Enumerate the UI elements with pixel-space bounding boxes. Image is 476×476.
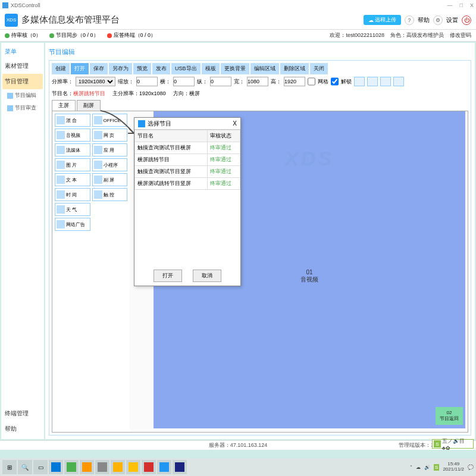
taskbar-clock[interactable]: 15:492021/11/2 (443, 462, 464, 472)
sidebar-item-program[interactable]: 节目管理 (2, 74, 43, 89)
toolbar-编辑区域[interactable]: 编辑区域 (250, 63, 279, 74)
remote-upload-button[interactable]: ☁远程上传 (364, 15, 401, 25)
toolbar-USB导出[interactable]: USB导出 (171, 63, 201, 74)
toolbar-关闭[interactable]: 关闭 (310, 63, 328, 74)
sidebar-item-material[interactable]: 素材管理 (2, 58, 43, 74)
window-title: XDSControll (11, 2, 40, 8)
left-input[interactable] (173, 77, 195, 86)
taskview-icon[interactable]: ▭ (33, 460, 48, 474)
palette-应用[interactable]: 应 用 (92, 143, 128, 156)
canvas-widget-audio[interactable]: 01音视频 (300, 269, 318, 284)
settings-label[interactable]: 设置 (446, 16, 458, 24)
app-icon[interactable] (157, 460, 171, 474)
toolbar-保存[interactable]: 保存 (90, 63, 108, 74)
dialog-open-button[interactable]: 打开 (154, 270, 182, 282)
table-row[interactable]: 触摸查询测试节目横屏终审通过 (135, 142, 240, 154)
align-left-icon[interactable] (354, 77, 365, 86)
palette-音视频[interactable]: 音视频 (55, 129, 90, 142)
palette-天气[interactable]: 天 气 (55, 203, 90, 216)
window-max-icon[interactable]: □ (460, 2, 463, 8)
app-footer: 服务器：47.101.163.124 管理端版本：3.6.29.20210530 (0, 440, 476, 450)
power-button[interactable]: ⏻ (462, 15, 471, 25)
h-input[interactable] (284, 77, 305, 86)
app-header: XDS 多媒体信息发布管理平台 ☁远程上传 ? 帮助 ⚙ 设置 ⏻ (0, 11, 476, 30)
palette-时间[interactable]: 时 间 (55, 188, 90, 201)
tray-icon[interactable]: 🔊 (424, 465, 430, 470)
toolbar-创建[interactable]: 创建 (52, 63, 70, 74)
edit-icon (7, 93, 13, 99)
sidebar-sub-review[interactable]: 节目审查 (2, 102, 43, 114)
search-icon[interactable]: 🔍 (18, 460, 32, 474)
notification-icon[interactable]: 💬 (468, 465, 474, 470)
dialog-close-icon[interactable]: X (233, 120, 237, 127)
palette-网页[interactable]: 网 页 (92, 129, 128, 142)
app-icon[interactable] (142, 460, 156, 474)
table-row[interactable]: 横屏跳转节目终审通过 (135, 154, 240, 166)
align-top-icon[interactable] (393, 77, 404, 86)
status-pending[interactable]: 待审核（0） (5, 32, 41, 39)
res-select[interactable]: 1920x1080 (76, 77, 115, 86)
top-input[interactable] (210, 77, 231, 86)
sidebar-item-terminal[interactable]: 终端管理 (2, 406, 43, 421)
toolbar-发布[interactable]: 发布 (152, 63, 170, 74)
table-row[interactable]: 横屏测试跳转节目竖屏终审通过 (135, 178, 240, 190)
sidebar: 菜单 素材管理 节目管理 节目编辑 节目审查 终端管理 帮助 (1, 43, 44, 439)
status-terminal[interactable]: 应答终端（0 / 0） (107, 32, 156, 39)
widget-icon (57, 205, 65, 214)
role-label: 角色：高级发布维护员 (390, 32, 444, 39)
table-row[interactable]: 触摸查询测试节目竖屏终审通过 (135, 166, 240, 178)
change-password-link[interactable]: 修改密码 (450, 32, 471, 39)
app-icon[interactable] (64, 460, 79, 474)
start-button[interactable]: ⊞ (2, 460, 17, 474)
app-icon[interactable] (126, 460, 140, 474)
help-label[interactable]: 帮助 (418, 16, 430, 24)
widget-icon (57, 131, 65, 139)
dialog-cancel-button[interactable]: 取消 (193, 270, 221, 282)
widget-icon (57, 190, 65, 199)
palette-图片[interactable]: 图 片 (55, 158, 90, 171)
palette-副屏[interactable]: 副 屏 (92, 173, 128, 186)
app-small-icon (2, 2, 8, 8)
window-min-icon[interactable]: — (447, 2, 453, 8)
app-icon[interactable] (173, 460, 187, 474)
toolbar-模板[interactable]: 模板 (202, 63, 220, 74)
tray-ime-icon[interactable]: S (434, 464, 439, 471)
zoom-input[interactable] (136, 77, 158, 86)
toolbar-预览[interactable]: 预览 (133, 63, 151, 74)
palette-小程序[interactable]: 小程序 (92, 158, 128, 171)
toolbar-删除区域[interactable]: 删除区域 (280, 63, 309, 74)
palette-混合[interactable]: 混 合 (55, 114, 90, 127)
tray-icon[interactable]: ☁ (416, 465, 421, 470)
app-icon[interactable] (49, 460, 63, 474)
widget-icon (94, 131, 102, 139)
tab-sub-screen[interactable]: 副屏 (77, 100, 101, 111)
app-icon[interactable] (95, 460, 109, 474)
app-icon[interactable] (80, 460, 94, 474)
tab-main-screen[interactable]: 主屏 (52, 100, 76, 111)
tray-chevron-icon[interactable]: ˄ (410, 465, 412, 470)
palette-文本[interactable]: 文 本 (55, 173, 90, 186)
edit-zone: 混 合OFFICE音视频网 页流媒体应 用图 片小程序文 本副 屏时 间触 控天… (52, 111, 468, 433)
toolbar-另存为[interactable]: 另存为 (109, 63, 132, 74)
window-close-icon[interactable]: X (470, 2, 474, 8)
palette-触控[interactable]: 触 控 (92, 188, 128, 201)
unlock-checkbox[interactable] (331, 77, 339, 86)
status-sync[interactable]: 节目同步（0 / 0） (49, 32, 99, 39)
sidebar-item-help[interactable]: 帮助 (2, 421, 43, 437)
align-center-icon[interactable] (367, 77, 378, 86)
help-button[interactable]: ? (405, 15, 414, 25)
palette-流媒体[interactable]: 流媒体 (55, 143, 90, 156)
canvas-widget-return[interactable]: 02节目返回 (436, 407, 463, 425)
toolbar-更换背景[interactable]: 更换背景 (221, 63, 249, 74)
app-icon[interactable] (111, 460, 125, 474)
app-title: 多媒体信息发布管理平台 (21, 14, 120, 26)
grid-checkbox[interactable] (308, 77, 315, 86)
toolbar-打开[interactable]: 打开 (71, 63, 89, 74)
ime-toolbar[interactable]: S 五ノ🔊目♣✿ (432, 439, 474, 449)
align-right-icon[interactable] (380, 77, 391, 86)
palette-OFFICE[interactable]: OFFICE (92, 114, 128, 127)
w-input[interactable] (247, 77, 268, 86)
sidebar-sub-edit[interactable]: 节目编辑 (2, 89, 43, 102)
settings-button[interactable]: ⚙ (433, 15, 443, 25)
palette-网络广告[interactable]: 网络广告 (55, 218, 90, 231)
